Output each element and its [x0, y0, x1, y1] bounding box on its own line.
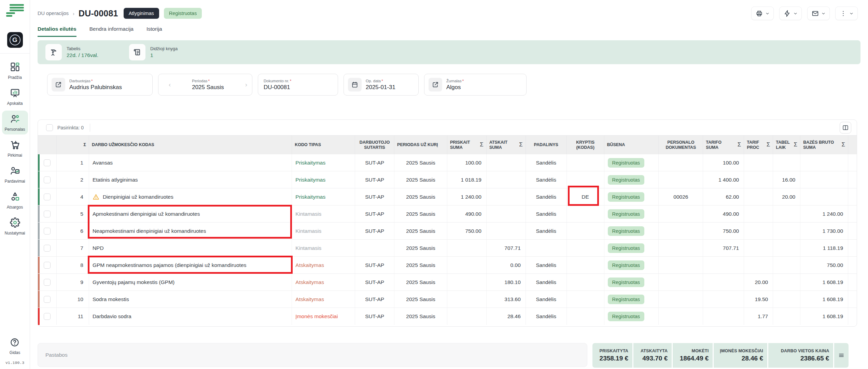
- menu-lines-icon[interactable]: [5, 3, 25, 19]
- table-row[interactable]: 9Gyventojų pajamų mokestis (GPM)Atskaity…: [38, 274, 857, 291]
- ledger-tile[interactable]: Didžioji knyga 1: [129, 44, 178, 60]
- column-header-name: DARBO UŽMOKESČIO KODAS: [89, 136, 292, 154]
- cell-timesheet: [773, 223, 800, 239]
- cell-tariff_sum: 707.71: [703, 240, 744, 256]
- cell-status: Registruotas: [604, 257, 659, 273]
- sidebar-item-pradzia[interactable]: Pradžia: [2, 59, 28, 83]
- row-checkbox[interactable]: [44, 296, 51, 303]
- sigma-icon[interactable]: Σ: [842, 141, 845, 148]
- sigma-icon[interactable]: Σ: [767, 141, 770, 148]
- cell-tariff_pct: 19.50: [744, 291, 773, 308]
- row-checkbox[interactable]: [44, 194, 51, 200]
- field-dokumento-nr-[interactable]: Dokumento nr.* DU-00081: [258, 74, 338, 96]
- accrued-sum: 490.00: [465, 211, 481, 217]
- table-row[interactable]: 4Dienpinigiai už komandiruotesPriskaitym…: [38, 188, 857, 205]
- cell-timesheet: 16.00: [773, 171, 800, 188]
- sidebar-item-label: Personalas: [4, 127, 25, 132]
- tab-detail-lines[interactable]: Detalios eilutės: [38, 26, 76, 37]
- base-gross-sum: 1 730.00: [823, 228, 843, 234]
- quick-actions-button[interactable]: [779, 6, 802, 20]
- tab-history[interactable]: Istorija: [146, 26, 162, 37]
- cell-tariff_sum: 62.00: [703, 188, 744, 205]
- wage-code-name: Avansas: [93, 160, 113, 166]
- accrued-sum: 1 240.00: [461, 194, 481, 200]
- cell-tariff_pct: [744, 223, 773, 239]
- more-actions-button[interactable]: [835, 6, 858, 20]
- cell-check: [38, 308, 57, 325]
- breadcrumb-root[interactable]: DU operacijos: [38, 11, 69, 16]
- wage-code-name: Etatinis atlyginimas: [93, 177, 138, 183]
- period-prev-icon[interactable]: ‹: [164, 81, 176, 88]
- row-checkbox[interactable]: [44, 279, 51, 286]
- field--urnalas[interactable]: Žurnalas* Algos: [424, 74, 527, 96]
- department: Sandėlis: [536, 279, 556, 285]
- table-row[interactable]: 11Darbdavio sodraĮmonės mokesčiaiSUT-AP2…: [38, 308, 857, 325]
- column-settings-button[interactable]: [840, 122, 851, 133]
- field-periodas[interactable]: ‹ Periodas* 2025 Sausis ›: [158, 74, 252, 96]
- field-op-data[interactable]: Op. data* 2025-01-31: [344, 74, 419, 96]
- columns-icon: [842, 125, 849, 131]
- info-bar: Tabelis 22d. / 176val. Didžioji knyga 1: [38, 40, 860, 64]
- sidebar-item-apskaita[interactable]: Apskaita: [2, 85, 28, 109]
- menu-icon: [838, 352, 844, 358]
- cell-timesheet: [773, 257, 800, 273]
- select-all-checkbox[interactable]: [46, 124, 53, 131]
- sigma-icon[interactable]: Σ: [738, 141, 741, 148]
- cell-spacer: [848, 188, 857, 205]
- row-status-badge: Registruotas: [608, 260, 644, 270]
- cell-timesheet: [773, 154, 800, 171]
- sigma-icon[interactable]: Σ: [794, 141, 798, 148]
- timesheet-time: 16.00: [782, 177, 795, 183]
- cell-direction: [567, 257, 604, 273]
- department: Sandėlis: [536, 211, 556, 217]
- print-button[interactable]: [751, 6, 774, 20]
- wage-code-name: Darbdavio sodra: [93, 313, 131, 320]
- table-row[interactable]: 1AvansasPriskaitymasSUT-AP2025 Sausis100…: [38, 154, 857, 171]
- sidebar-item-gidas[interactable]: Gidas: [10, 338, 20, 355]
- sidebar-item-nustatymai[interactable]: Nustatymai: [2, 214, 28, 238]
- row-checkbox[interactable]: [44, 228, 51, 235]
- column-header-status: BŪSENA: [604, 136, 659, 154]
- sidebar-item-atsargos[interactable]: Atsargos: [2, 188, 28, 212]
- row-checkbox[interactable]: [44, 245, 51, 252]
- totals-menu-button[interactable]: [834, 343, 849, 368]
- row-checkbox[interactable]: [44, 313, 51, 320]
- sidebar-item-personalas[interactable]: Personalas: [2, 111, 28, 134]
- question-icon: [10, 338, 19, 349]
- sigma-icon[interactable]: Σ: [519, 141, 523, 148]
- tabelis-tile[interactable]: Tabelis 22d. / 176val.: [45, 44, 98, 60]
- table-row[interactable]: 7NPDKintamasis2025 Sausis707.71Registruo…: [38, 240, 857, 257]
- table-row[interactable]: 10Sodra mokestisAtskaitymasSUT-AP2025 Sa…: [38, 291, 857, 308]
- field-darbuotojas[interactable]: Darbuotojas* Audrius Palubinskas: [47, 74, 153, 96]
- cell-period: 2025 Sausis: [394, 154, 447, 171]
- send-email-button[interactable]: [807, 6, 830, 20]
- row-checkbox[interactable]: [44, 262, 51, 269]
- row-checkbox[interactable]: [44, 159, 51, 166]
- period-next-icon[interactable]: ›: [240, 81, 252, 88]
- cell-check: [38, 171, 57, 188]
- cell-direction: [567, 154, 604, 171]
- row-checkbox[interactable]: [44, 176, 51, 183]
- tab-general-info[interactable]: Bendra informacija: [89, 26, 134, 37]
- base-gross-sum: 1 608.19: [823, 313, 843, 320]
- sigma-icon[interactable]: Σ: [480, 141, 484, 148]
- annotation-box-row-8: [88, 256, 293, 274]
- cell-deducted: [487, 188, 526, 205]
- cell-period: 2025 Sausis: [394, 308, 447, 325]
- selected-count: Pasirinkta: 0: [57, 125, 84, 130]
- sidebar-item-pardavimai[interactable]: Pardavimai: [2, 162, 28, 186]
- column-label: BAZĖS BRUTO SUMA: [803, 140, 839, 150]
- cell-doc: [659, 171, 703, 188]
- row-checkbox[interactable]: [44, 211, 51, 217]
- cell-check: [38, 154, 57, 171]
- notes-input[interactable]: [38, 343, 587, 367]
- base-gross-sum: 750.00: [827, 262, 843, 268]
- table-row[interactable]: 2Etatinis atlyginimasPriskaitymasSUT-AP2…: [38, 171, 857, 188]
- wage-code-name: Dienpinigiai už komandiruotes: [103, 194, 173, 200]
- deducted-sum: 313.60: [504, 296, 520, 302]
- column-label: PERSONALO DOKUMENTAS: [661, 140, 700, 150]
- sidebar-item-pirkimai[interactable]: Pirkimai: [2, 137, 28, 160]
- row-number: 5: [80, 211, 83, 217]
- row-status-indicator: [38, 205, 40, 222]
- total-value: 493.70 €: [642, 355, 668, 362]
